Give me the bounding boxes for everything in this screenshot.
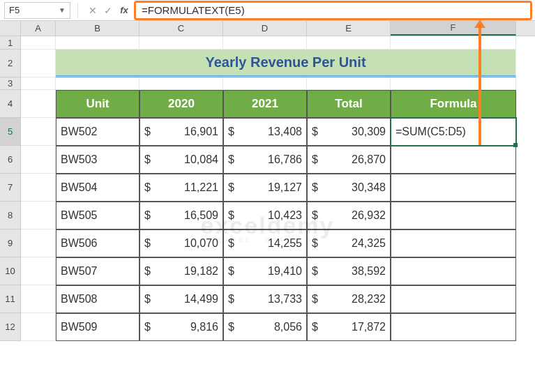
cell-E3[interactable]: [307, 77, 391, 90]
cell-y2020[interactable]: $19,182: [140, 257, 223, 285]
cell-total[interactable]: $26,932: [307, 202, 391, 229]
cell-A7[interactable]: [21, 174, 56, 202]
cell-y2020[interactable]: $10,084: [140, 146, 223, 174]
cell-E1[interactable]: [307, 36, 391, 50]
cell-y2021[interactable]: $10,423: [223, 202, 307, 229]
cell-y2021[interactable]: $14,255: [223, 229, 307, 257]
col-header-F[interactable]: F: [391, 21, 516, 36]
cell-total[interactable]: $17,872: [307, 313, 391, 341]
cell-A9[interactable]: [21, 229, 56, 257]
cell-formula[interactable]: [391, 146, 516, 174]
cell-formula[interactable]: [391, 285, 516, 313]
cell-F3[interactable]: [391, 77, 516, 90]
row-header-12[interactable]: 12: [0, 313, 21, 341]
dollar-sign: $: [228, 181, 234, 194]
row-header-9[interactable]: 9: [0, 229, 21, 257]
cell-C3[interactable]: [140, 77, 223, 90]
cell-y2021[interactable]: $16,786: [223, 146, 307, 174]
cell-y2021[interactable]: $13,408: [223, 118, 307, 146]
cell-A10[interactable]: [21, 257, 56, 285]
row-header-8[interactable]: 8: [0, 202, 21, 229]
cell-y2020[interactable]: $10,070: [140, 229, 223, 257]
row-header-2[interactable]: 2: [0, 50, 21, 77]
dollar-sign: $: [312, 321, 318, 333]
cell-formula[interactable]: [391, 313, 516, 341]
col-header-C[interactable]: C: [140, 21, 223, 36]
cell-B1[interactable]: [56, 36, 140, 50]
cell-formula[interactable]: =SUM(C5:D5): [391, 118, 516, 146]
cell-D1[interactable]: [223, 36, 307, 50]
row-header-4[interactable]: 4: [0, 90, 21, 118]
cell-A11[interactable]: [21, 285, 56, 313]
cell-unit[interactable]: BW508: [56, 285, 140, 313]
header-2020[interactable]: 2020: [140, 90, 223, 118]
dollar-sign: $: [228, 153, 234, 166]
cell-A2[interactable]: [21, 50, 56, 77]
col-header-A[interactable]: A: [21, 21, 56, 36]
row-header-6[interactable]: 6: [0, 146, 21, 174]
cell-total[interactable]: $24,325: [307, 229, 391, 257]
cell-formula[interactable]: [391, 202, 516, 229]
cell-F1[interactable]: [391, 36, 516, 50]
cell-unit[interactable]: BW505: [56, 202, 140, 229]
row-header-10[interactable]: 10: [0, 257, 21, 285]
dollar-sign: $: [144, 209, 151, 222]
header-2021[interactable]: 2021: [223, 90, 307, 118]
cell-unit[interactable]: BW504: [56, 174, 140, 202]
cell-unit[interactable]: BW506: [56, 229, 140, 257]
name-box-dropdown-icon[interactable]: ▼: [59, 6, 66, 14]
row-header-11[interactable]: 11: [0, 285, 21, 313]
cell-A1[interactable]: [21, 36, 56, 50]
value: 24,325: [352, 237, 386, 250]
cell-formula[interactable]: [391, 174, 516, 202]
cancel-icon[interactable]: ✕: [85, 5, 100, 16]
col-header-D[interactable]: D: [223, 21, 307, 36]
row-header-1[interactable]: 1: [0, 36, 21, 50]
cell-A5[interactable]: [21, 118, 56, 146]
dollar-sign: $: [312, 181, 318, 194]
col-header-B[interactable]: B: [56, 21, 140, 36]
select-all-corner[interactable]: [0, 21, 21, 36]
cell-C1[interactable]: [140, 36, 223, 50]
cell-formula[interactable]: [391, 229, 516, 257]
cell-y2021[interactable]: $8,056: [223, 313, 307, 341]
cell-total[interactable]: $26,870: [307, 146, 391, 174]
cell-total[interactable]: $38,592: [307, 257, 391, 285]
insert-function-icon[interactable]: fx: [116, 5, 133, 15]
row-header-5[interactable]: 5: [0, 118, 21, 146]
cell-A4[interactable]: [21, 90, 56, 118]
name-box[interactable]: F5 ▼: [4, 2, 70, 19]
cell-unit[interactable]: BW509: [56, 313, 140, 341]
value: 10,423: [268, 209, 302, 222]
confirm-icon[interactable]: ✓: [100, 5, 116, 16]
cell-y2021[interactable]: $13,733: [223, 285, 307, 313]
title-cell[interactable]: Yearly Revenue Per Unit: [56, 50, 516, 77]
cell-y2020[interactable]: $16,509: [140, 202, 223, 229]
header-unit[interactable]: Unit: [56, 90, 140, 118]
cell-total[interactable]: $30,309: [307, 118, 391, 146]
cell-formula[interactable]: [391, 257, 516, 285]
cell-y2021[interactable]: $19,127: [223, 174, 307, 202]
cell-A12[interactable]: [21, 313, 56, 341]
cell-unit[interactable]: BW507: [56, 257, 140, 285]
header-total[interactable]: Total: [307, 90, 391, 118]
cell-y2021[interactable]: $19,410: [223, 257, 307, 285]
cell-A3[interactable]: [21, 77, 56, 90]
cell-D3[interactable]: [223, 77, 307, 90]
cell-unit[interactable]: BW503: [56, 146, 140, 174]
col-header-E[interactable]: E: [307, 21, 391, 36]
cell-y2020[interactable]: $9,816: [140, 313, 223, 341]
cell-y2020[interactable]: $16,901: [140, 118, 223, 146]
header-formula[interactable]: Formula: [391, 90, 516, 118]
cell-total[interactable]: $30,348: [307, 174, 391, 202]
row-header-7[interactable]: 7: [0, 174, 21, 202]
cell-A6[interactable]: [21, 146, 56, 174]
cell-unit[interactable]: BW502: [56, 118, 140, 146]
cell-B3[interactable]: [56, 77, 140, 90]
formula-input[interactable]: =FORMULATEXT(E5): [134, 1, 532, 20]
cell-y2020[interactable]: $14,499: [140, 285, 223, 313]
row-header-3[interactable]: 3: [0, 77, 21, 90]
cell-total[interactable]: $28,232: [307, 285, 391, 313]
cell-y2020[interactable]: $11,221: [140, 174, 223, 202]
cell-A8[interactable]: [21, 202, 56, 229]
